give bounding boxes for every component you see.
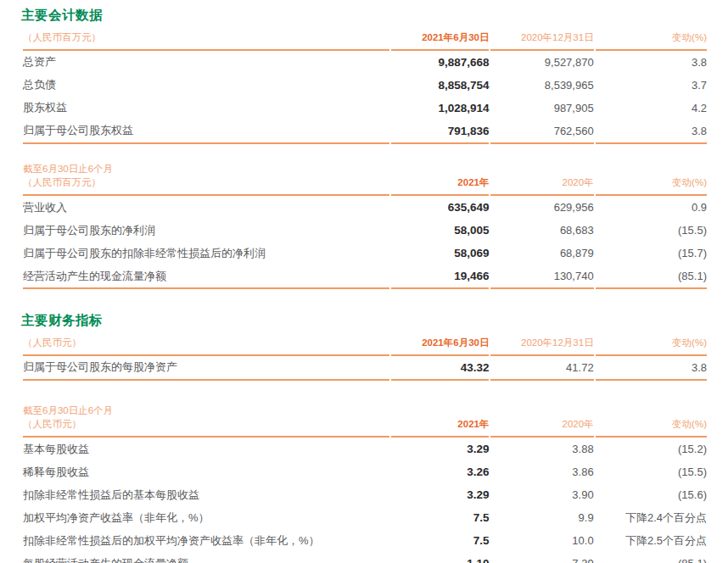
table-row: 基本每股收益 3.29 3.88 (15.2) [23, 438, 707, 460]
unit-note: （人民币元） [23, 336, 389, 356]
value-previous: 629,956 [490, 196, 593, 219]
value-previous: 68,879 [490, 242, 593, 265]
table-row: 扣除非经常性损益后的基本每股收益 3.29 3.90 (15.6) [23, 483, 707, 506]
value-change: 4.2 [596, 97, 707, 120]
table-row: 稀释每股收益 3.26 3.86 (15.5) [23, 460, 707, 483]
table-header-row: 截至6月30日止6个月 （人民币百万元） 2021年 2020年 变动(%) [23, 162, 707, 196]
value-change: 下降2.5个百分点 [596, 529, 707, 552]
value-current: 3.29 [391, 438, 489, 460]
value-current: 1,028,914 [391, 97, 489, 120]
value-previous: 3.86 [490, 460, 593, 483]
value-change: 下降2.4个百分点 [596, 506, 707, 529]
unit-note: （人民币百万元） [23, 31, 389, 51]
column-header-previous-date: 2020年12月31日 [490, 336, 593, 356]
value-previous: 987,905 [490, 97, 593, 120]
value-previous: 9.9 [490, 506, 593, 529]
column-header-change: 变动(%) [596, 336, 707, 356]
value-current: 3.26 [391, 460, 489, 483]
value-previous: 41.72 [490, 356, 593, 381]
value-change: (15.5) [596, 219, 707, 242]
table-row: 总资产 9,887,668 9,527,870 3.8 [23, 51, 707, 74]
table-row: 总负债 8,858,754 8,539,965 3.7 [23, 74, 707, 97]
value-previous: 68,683 [490, 219, 593, 242]
row-label: 归属于母公司股东权益 [23, 120, 389, 144]
value-change: 3.8 [596, 120, 707, 144]
row-label: 加权平均净资产收益率（非年化，%） [23, 506, 389, 529]
unit-note: （人民币元） [23, 417, 389, 432]
row-label: 归属于母公司股东的净利润 [23, 219, 389, 242]
column-header-current-year: 2021年 [391, 404, 489, 438]
value-current: 7.5 [391, 529, 489, 552]
value-previous: 130,740 [490, 265, 593, 289]
row-label: 每股经营活动产生的现金流量净额 [23, 552, 389, 563]
value-previous: 3.88 [490, 438, 593, 460]
value-current: 8,858,754 [391, 74, 489, 97]
period-note: 截至6月30日止6个月 [23, 404, 389, 418]
table-row: 营业收入 635,649 629,956 0.9 [23, 196, 707, 219]
per-share-period-table: 截至6月30日止6个月 （人民币元） 2021年 2020年 变动(%) 基本每… [21, 404, 708, 563]
value-current: 43.32 [391, 356, 489, 381]
table-row: 股东权益 1,028,914 987,905 4.2 [23, 97, 707, 120]
value-current: 3.29 [391, 483, 489, 506]
section-title-financial-indicators: 主要财务指标 [21, 312, 708, 330]
value-change: 3.8 [596, 356, 707, 381]
row-label: 归属于母公司股东的每股净资产 [23, 356, 389, 381]
value-current: 58,005 [391, 219, 489, 242]
row-label: 营业收入 [23, 196, 389, 219]
financial-summary-page: 主要会计数据 （人民币百万元） 2021年6月30日 2020年12月31日 变… [0, 0, 728, 563]
table-header-row: （人民币百万元） 2021年6月30日 2020年12月31日 变动(%) [23, 31, 707, 51]
column-header-previous-year: 2020年 [490, 404, 593, 438]
table-row: 每股经营活动产生的现金流量净额 1.10 7.39 (85.1) [23, 552, 707, 563]
row-label: 扣除非经常性损益后的加权平均净资产收益率（非年化，%） [23, 529, 389, 552]
column-header-current-date: 2021年6月30日 [391, 336, 489, 356]
row-label: 总负债 [23, 74, 389, 97]
row-label: 归属于母公司股东的扣除非经常性损益后的净利润 [23, 242, 389, 265]
row-label: 扣除非经常性损益后的基本每股收益 [23, 483, 389, 506]
income-period-table: 截至6月30日止6个月 （人民币百万元） 2021年 2020年 变动(%) 营… [21, 162, 708, 289]
value-change: (85.1) [596, 265, 707, 289]
table-row: 经营活动产生的现金流量净额 19,466 130,740 (85.1) [23, 265, 707, 289]
section-income-period: 截至6月30日止6个月 （人民币百万元） 2021年 2020年 变动(%) 营… [21, 162, 708, 289]
table-row: 扣除非经常性损益后的加权平均净资产收益率（非年化，%） 7.5 10.0 下降2… [23, 529, 707, 552]
unit-note: （人民币百万元） [23, 176, 389, 190]
value-current: 791,836 [391, 120, 489, 144]
value-previous: 8,539,965 [490, 74, 593, 97]
row-label: 稀释每股收益 [23, 460, 389, 483]
section-financial-indicators: 主要财务指标 （人民币元） 2021年6月30日 2020年12月31日 变动(… [21, 312, 708, 381]
column-header-change: 变动(%) [596, 31, 707, 51]
value-change: 3.7 [596, 74, 707, 97]
row-label: 股东权益 [23, 97, 389, 120]
column-header-previous-year: 2020年 [490, 162, 593, 196]
table-header-row: （人民币元） 2021年6月30日 2020年12月31日 变动(%) [23, 336, 707, 356]
row-label: 经营活动产生的现金流量净额 [23, 265, 389, 289]
value-previous: 9,527,870 [490, 51, 593, 74]
table-row: 归属于母公司股东权益 791,836 762,560 3.8 [23, 120, 707, 144]
financial-indicators-table: （人民币元） 2021年6月30日 2020年12月31日 变动(%) 归属于母… [21, 336, 708, 381]
value-previous: 762,560 [490, 120, 593, 144]
section-title-accounting-data: 主要会计数据 [21, 7, 708, 25]
column-header-current-year: 2021年 [391, 162, 489, 196]
section-per-share-period: 截至6月30日止6个月 （人民币元） 2021年 2020年 变动(%) 基本每… [21, 404, 708, 563]
table-row: 归属于母公司股东的净利润 58,005 68,683 (15.5) [23, 219, 707, 242]
value-previous: 10.0 [490, 529, 593, 552]
table-header-row: 截至6月30日止6个月 （人民币元） 2021年 2020年 变动(%) [23, 404, 707, 438]
value-previous: 7.39 [490, 552, 593, 563]
value-current: 19,466 [391, 265, 489, 289]
table-row: 加权平均净资产收益率（非年化，%） 7.5 9.9 下降2.4个百分点 [23, 506, 707, 529]
table-row: 归属于母公司股东的扣除非经常性损益后的净利润 58,069 68,879 (15… [23, 242, 707, 265]
accounting-position-table: （人民币百万元） 2021年6月30日 2020年12月31日 变动(%) 总资… [21, 31, 708, 144]
value-previous: 3.90 [490, 483, 593, 506]
value-change: 0.9 [596, 196, 707, 219]
column-header-change: 变动(%) [596, 404, 707, 438]
period-note: 截至6月30日止6个月 [23, 162, 389, 176]
value-current: 635,649 [391, 196, 489, 219]
value-current: 9,887,668 [391, 51, 489, 74]
column-header-previous-date: 2020年12月31日 [490, 31, 593, 51]
row-label: 总资产 [23, 51, 389, 74]
value-change: (15.5) [596, 460, 707, 483]
value-change: (85.1) [596, 552, 707, 563]
value-current: 1.10 [391, 552, 489, 563]
value-current: 58,069 [391, 242, 489, 265]
table-row: 归属于母公司股东的每股净资产 43.32 41.72 3.8 [23, 356, 707, 381]
row-label: 基本每股收益 [23, 438, 389, 460]
